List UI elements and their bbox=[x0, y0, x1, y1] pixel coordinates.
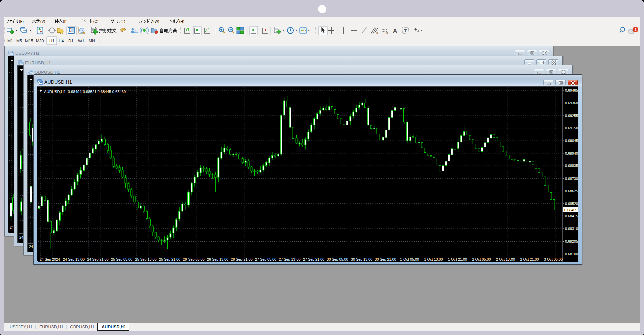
svg-text:0.68415: 0.68415 bbox=[565, 214, 578, 218]
svg-text:1 Oct 21:00: 1 Oct 21:00 bbox=[448, 257, 467, 261]
svg-text:2 Oct 05:00: 2 Oct 05:00 bbox=[472, 257, 491, 261]
svg-text:W1: W1 bbox=[78, 39, 84, 43]
svg-text:M15: M15 bbox=[25, 39, 33, 43]
svg-text:3 Oct 05:00: 3 Oct 05:00 bbox=[544, 257, 563, 261]
svg-text:H1: H1 bbox=[49, 39, 55, 43]
svg-text:0.68625: 0.68625 bbox=[565, 189, 578, 193]
svg-text:0.69465: 0.69465 bbox=[565, 88, 578, 92]
svg-text:25 Sep 05:00: 25 Sep 05:00 bbox=[111, 257, 132, 261]
svg-text:25 Sep 13:00: 25 Sep 13:00 bbox=[135, 257, 156, 261]
svg-text:(C): (C) bbox=[93, 19, 98, 23]
svg-text:H4: H4 bbox=[59, 39, 64, 43]
svg-text:26 Sep 13:00: 26 Sep 13:00 bbox=[207, 257, 228, 261]
svg-text:0.69150: 0.69150 bbox=[565, 126, 578, 130]
svg-text:(W): (W) bbox=[153, 19, 159, 23]
svg-text:2 Oct 13:00: 2 Oct 13:00 bbox=[496, 257, 515, 261]
svg-text:D1: D1 bbox=[68, 39, 74, 43]
svg-text:30 Sep 13:00: 30 Sep 13:00 bbox=[351, 257, 372, 261]
svg-text:26 Sep 05:00: 26 Sep 05:00 bbox=[183, 257, 204, 261]
svg-text:MN: MN bbox=[89, 39, 95, 43]
svg-text:F: F bbox=[386, 32, 388, 35]
svg-text:M1: M1 bbox=[7, 39, 13, 43]
svg-text:26 Sep 21:00: 26 Sep 21:00 bbox=[231, 257, 252, 261]
svg-text:27 Sep 05:00: 27 Sep 05:00 bbox=[255, 257, 276, 261]
svg-text:27 Sep 21:00: 27 Sep 21:00 bbox=[303, 257, 324, 261]
svg-text:30 Sep 05:00: 30 Sep 05:00 bbox=[327, 257, 348, 261]
svg-text:0.68835: 0.68835 bbox=[565, 164, 578, 168]
svg-text:0.68100: 0.68100 bbox=[565, 252, 578, 256]
svg-text:24 Sep 13:00: 24 Sep 13:00 bbox=[63, 257, 85, 261]
svg-text:M5: M5 bbox=[16, 39, 22, 43]
svg-text:24 Sep 21:00: 24 Sep 21:00 bbox=[87, 257, 108, 261]
svg-text:E: E bbox=[376, 32, 378, 35]
svg-text:1 Oct 13:00: 1 Oct 13:00 bbox=[424, 257, 443, 261]
svg-text:0.68520: 0.68520 bbox=[565, 202, 578, 206]
svg-text:T: T bbox=[404, 28, 407, 34]
svg-text:1 Oct 05:00: 1 Oct 05:00 bbox=[400, 257, 419, 261]
svg-text:0.68205: 0.68205 bbox=[565, 239, 578, 243]
svg-text:0.69360: 0.69360 bbox=[565, 101, 578, 105]
svg-text:(T): (T) bbox=[121, 19, 125, 23]
svg-text:0.68469: 0.68469 bbox=[564, 208, 577, 212]
svg-text:M30: M30 bbox=[36, 39, 44, 43]
svg-text:27 Sep 13:00: 27 Sep 13:00 bbox=[279, 257, 300, 261]
svg-text:25 Sep 21:00: 25 Sep 21:00 bbox=[159, 257, 180, 261]
svg-text:30 Sep 21:00: 30 Sep 21:00 bbox=[375, 257, 396, 261]
svg-text:(V): (V) bbox=[40, 19, 45, 23]
svg-text:AUDUSD,H1 0.68494 0.68521 0.6: AUDUSD,H1 0.68494 0.68521 0.68445 0.6846… bbox=[44, 90, 126, 94]
svg-text:0.69045: 0.69045 bbox=[565, 139, 578, 143]
svg-text:0.68730: 0.68730 bbox=[565, 177, 578, 181]
svg-text:0.69255: 0.69255 bbox=[565, 114, 578, 118]
svg-text:24 Sep 2024: 24 Sep 2024 bbox=[40, 257, 60, 261]
svg-text:(H): (H) bbox=[179, 19, 184, 23]
svg-text:(F): (F) bbox=[19, 19, 24, 23]
svg-text:2 Oct 21:00: 2 Oct 21:00 bbox=[520, 257, 539, 261]
svg-text:A: A bbox=[393, 28, 397, 34]
svg-text:(I): (I) bbox=[63, 19, 66, 23]
svg-text:0.68310: 0.68310 bbox=[565, 227, 578, 231]
svg-text:0.68940: 0.68940 bbox=[565, 151, 578, 155]
svg-text:1: 1 bbox=[635, 27, 637, 32]
